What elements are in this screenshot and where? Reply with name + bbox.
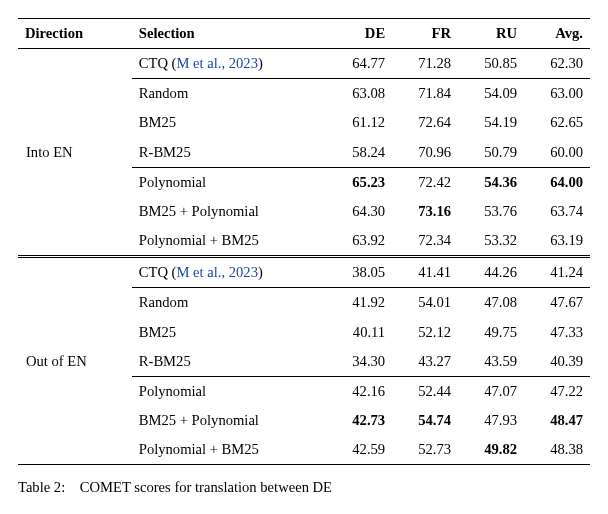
cell-value: 38.05 — [326, 257, 392, 288]
col-ru: RU — [458, 19, 524, 49]
cell-value: 63.08 — [326, 79, 392, 109]
col-selection: Selection — [132, 19, 326, 49]
cell-value: 53.76 — [458, 197, 524, 226]
cell-value: 49.82 — [458, 435, 524, 465]
cell-value: 43.59 — [458, 347, 524, 377]
cell-value: 54.74 — [392, 406, 458, 435]
cell-value: 63.00 — [524, 79, 590, 109]
direction-cell: Into EN — [18, 49, 132, 257]
cell-value: 63.92 — [326, 226, 392, 257]
selection-cell: CTQ (M et al., 2023) — [132, 257, 326, 288]
cell-value: 41.24 — [524, 257, 590, 288]
table-caption: Table 2: COMET scores for translation be… — [18, 479, 590, 496]
cell-value: 50.85 — [458, 49, 524, 79]
cell-value: 42.59 — [326, 435, 392, 465]
cell-value: 50.79 — [458, 138, 524, 168]
cell-value: 43.27 — [392, 347, 458, 377]
cell-value: 62.65 — [524, 108, 590, 137]
caption-text: COMET scores for translation between DE — [80, 479, 332, 495]
col-avg: Avg. — [524, 19, 590, 49]
cell-value: 61.12 — [326, 108, 392, 137]
cell-value: 47.33 — [524, 318, 590, 347]
cell-value: 58.24 — [326, 138, 392, 168]
cell-value: 72.64 — [392, 108, 458, 137]
citation-link[interactable]: M et al., 2023 — [176, 55, 257, 71]
selection-cell: BM25 + Polynomial — [132, 197, 326, 226]
cell-value: 54.19 — [458, 108, 524, 137]
cell-value: 42.16 — [326, 376, 392, 406]
col-de: DE — [326, 19, 392, 49]
selection-cell: BM25 — [132, 108, 326, 137]
cell-value: 60.00 — [524, 138, 590, 168]
selection-cell: R-BM25 — [132, 138, 326, 168]
caption-label: Table 2: — [18, 479, 65, 495]
results-table: Direction Selection DE FR RU Avg. Into E… — [18, 18, 590, 465]
cell-value: 47.08 — [458, 288, 524, 318]
cell-value: 64.30 — [326, 197, 392, 226]
cell-value: 42.73 — [326, 406, 392, 435]
citation-link[interactable]: M et al., 2023 — [176, 264, 257, 280]
cell-value: 72.42 — [392, 167, 458, 197]
cell-value: 71.84 — [392, 79, 458, 109]
cell-value: 73.16 — [392, 197, 458, 226]
selection-cell: Random — [132, 79, 326, 109]
cell-value: 70.96 — [392, 138, 458, 168]
cell-value: 52.12 — [392, 318, 458, 347]
cell-value: 64.00 — [524, 167, 590, 197]
cell-value: 63.19 — [524, 226, 590, 257]
cell-value: 54.36 — [458, 167, 524, 197]
cell-value: 62.30 — [524, 49, 590, 79]
selection-cell: BM25 + Polynomial — [132, 406, 326, 435]
cell-value: 47.22 — [524, 376, 590, 406]
cell-value: 72.34 — [392, 226, 458, 257]
selection-cell: BM25 — [132, 318, 326, 347]
cell-value: 54.09 — [458, 79, 524, 109]
selection-cell: Polynomial + BM25 — [132, 226, 326, 257]
selection-cell: Polynomial + BM25 — [132, 435, 326, 465]
cell-value: 53.32 — [458, 226, 524, 257]
cell-value: 48.47 — [524, 406, 590, 435]
cell-value: 52.73 — [392, 435, 458, 465]
cell-value: 65.23 — [326, 167, 392, 197]
table-row: Out of ENCTQ (M et al., 2023)38.0541.414… — [18, 257, 590, 288]
cell-value: 63.74 — [524, 197, 590, 226]
table-row: Into ENCTQ (M et al., 2023)64.7771.2850.… — [18, 49, 590, 79]
selection-cell: Polynomial — [132, 376, 326, 406]
selection-cell: R-BM25 — [132, 347, 326, 377]
direction-cell: Out of EN — [18, 257, 132, 465]
cell-value: 40.39 — [524, 347, 590, 377]
cell-value: 47.93 — [458, 406, 524, 435]
selection-cell: Polynomial — [132, 167, 326, 197]
col-fr: FR — [392, 19, 458, 49]
cell-value: 34.30 — [326, 347, 392, 377]
cell-value: 52.44 — [392, 376, 458, 406]
cell-value: 40.11 — [326, 318, 392, 347]
selection-cell: Random — [132, 288, 326, 318]
col-direction: Direction — [18, 19, 132, 49]
cell-value: 41.41 — [392, 257, 458, 288]
cell-value: 47.07 — [458, 376, 524, 406]
selection-cell: CTQ (M et al., 2023) — [132, 49, 326, 79]
cell-value: 54.01 — [392, 288, 458, 318]
cell-value: 44.26 — [458, 257, 524, 288]
header-row: Direction Selection DE FR RU Avg. — [18, 19, 590, 49]
cell-value: 41.92 — [326, 288, 392, 318]
cell-value: 49.75 — [458, 318, 524, 347]
cell-value: 64.77 — [326, 49, 392, 79]
cell-value: 48.38 — [524, 435, 590, 465]
cell-value: 71.28 — [392, 49, 458, 79]
cell-value: 47.67 — [524, 288, 590, 318]
